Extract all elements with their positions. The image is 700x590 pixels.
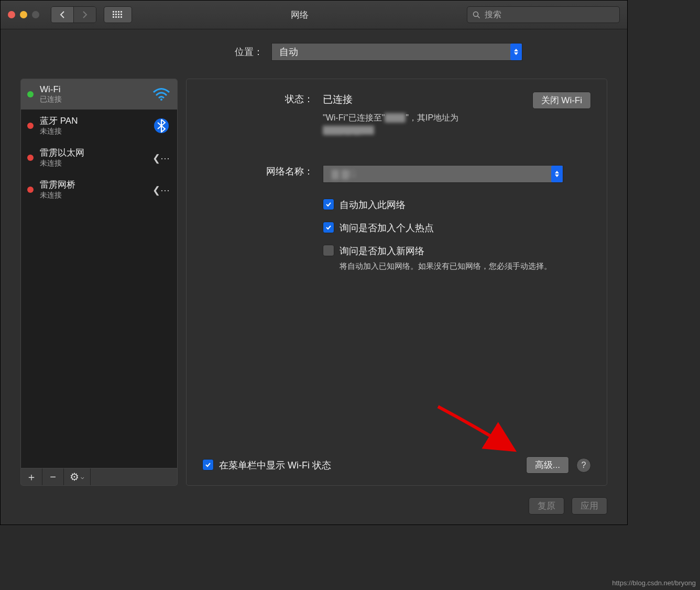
sidebar-item-name: 雷雳网桥 — [40, 179, 146, 191]
remove-network-button[interactable]: − — [42, 468, 64, 485]
status-dot-icon — [27, 91, 34, 97]
auto-join-checkbox[interactable] — [323, 199, 334, 210]
svg-text:❮⋯❯: ❮⋯❯ — [152, 185, 171, 196]
content: 位置： 自动 Wi-Fi 已连接 — [1, 29, 627, 525]
watermark-text: https://blog.csdn.net/bryong — [612, 579, 696, 587]
advanced-button[interactable]: 高级... — [526, 456, 569, 474]
sidebar-item-status: 未连接 — [40, 127, 146, 136]
help-button[interactable]: ? — [576, 458, 591, 473]
status-dot-icon — [27, 123, 34, 129]
sidebar-item-status: 未连接 — [40, 191, 146, 200]
gear-icon: ⚙ — [70, 471, 79, 483]
revert-button[interactable]: 复原 — [529, 497, 564, 515]
search-input[interactable]: 搜索 — [467, 6, 620, 23]
svg-rect-4 — [113, 14, 114, 15]
svg-rect-9 — [115, 16, 117, 18]
sidebar-item-name: Wi-Fi — [40, 84, 146, 95]
sidebar-toolbar: ＋ − ⚙⌵ — [20, 468, 178, 486]
minimize-window-button[interactable] — [20, 11, 27, 18]
location-select[interactable]: 自动 — [271, 43, 522, 61]
svg-rect-7 — [121, 14, 122, 15]
status-text: "Wi-Fi"已连接至"▇▇▇"，其IP地址为▇▇▇.▇.▇4。 — [323, 112, 591, 137]
back-button[interactable] — [51, 7, 73, 23]
chevron-down-icon: ⌵ — [81, 474, 84, 480]
svg-rect-8 — [113, 16, 114, 18]
network-actions-button[interactable]: ⚙⌵ — [64, 468, 91, 485]
close-window-button[interactable] — [8, 11, 15, 18]
sidebar-item-name: 雷雳以太网 — [40, 147, 146, 159]
thunderbolt-icon: ❮⋯❯ — [152, 183, 171, 196]
svg-rect-0 — [113, 11, 114, 13]
forward-button[interactable] — [73, 7, 96, 23]
nav-buttons — [51, 6, 96, 23]
network-name-select[interactable]: ▇ ▇G — [323, 165, 563, 183]
sidebar-item-thunderbolt-bridge[interactable]: 雷雳网桥 未连接 ❮⋯❯ — [21, 173, 177, 205]
ask-new-help-text: 将自动加入已知网络。如果没有已知网络，您必须手动选择。 — [340, 260, 552, 272]
svg-rect-6 — [118, 14, 119, 15]
ask-hotspot-label: 询问是否加入个人热点 — [340, 222, 434, 234]
sidebar-item-status: 已连接 — [40, 95, 146, 104]
sidebar-item-name: 蓝牙 PAN — [40, 115, 146, 127]
svg-line-13 — [478, 16, 480, 18]
zoom-window-button[interactable] — [32, 11, 39, 18]
search-placeholder: 搜索 — [485, 9, 501, 20]
auto-join-checkbox-row: 自动加入此网络 — [323, 199, 591, 211]
status-dot-icon — [27, 187, 34, 193]
detail-bottom-row: 在菜单栏中显示 Wi-Fi 状态 高级... ? — [202, 456, 591, 474]
network-name-label: 网络名称： — [202, 165, 323, 283]
titlebar: 网络 搜索 — [1, 1, 627, 29]
svg-rect-1 — [115, 11, 117, 13]
main-row: Wi-Fi 已连接 蓝牙 PAN 未连接 — [20, 79, 607, 486]
bluetooth-icon — [152, 116, 171, 135]
select-stepper-icon — [510, 43, 522, 60]
location-row: 位置： 自动 — [20, 43, 607, 61]
footer: 复原 应用 — [20, 486, 607, 515]
add-network-button[interactable]: ＋ — [21, 468, 42, 485]
thunderbolt-icon: ❮⋯❯ — [152, 151, 171, 165]
apply-button[interactable]: 应用 — [572, 497, 607, 515]
network-name-value: ▇ ▇G — [331, 168, 357, 180]
show-menubar-label: 在菜单栏中显示 Wi-Fi 状态 — [219, 459, 331, 472]
sidebar: Wi-Fi 已连接 蓝牙 PAN 未连接 — [20, 79, 178, 486]
ask-new-checkbox[interactable] — [323, 245, 334, 256]
svg-rect-3 — [121, 11, 122, 13]
ask-new-label: 询问是否加入新网络 — [340, 245, 552, 257]
svg-text:❮⋯❯: ❮⋯❯ — [152, 153, 171, 164]
turn-off-wifi-button[interactable]: 关闭 Wi-Fi — [532, 92, 591, 109]
status-dot-icon — [27, 155, 34, 161]
show-menubar-checkbox-row: 在菜单栏中显示 Wi-Fi 状态 — [202, 459, 331, 472]
location-label: 位置： — [106, 46, 263, 58]
show-menubar-checkbox[interactable] — [202, 459, 214, 471]
show-all-button[interactable] — [104, 6, 132, 23]
network-name-row: 网络名称： ▇ ▇G 自动加入此网络 — [202, 165, 591, 283]
svg-rect-5 — [115, 14, 117, 15]
sidebar-item-bluetooth-pan[interactable]: 蓝牙 PAN 未连接 — [21, 110, 177, 141]
detail-panel: 状态： 已连接 "Wi-Fi"已连接至"▇▇▇"，其IP地址为▇▇▇.▇.▇4。… — [186, 79, 607, 486]
search-icon — [473, 11, 480, 19]
svg-rect-2 — [118, 11, 119, 13]
select-stepper-icon — [551, 166, 563, 182]
svg-rect-11 — [121, 16, 122, 18]
window-controls — [8, 11, 39, 18]
sidebar-item-status: 未连接 — [40, 159, 146, 168]
status-label: 状态： — [202, 93, 323, 137]
svg-point-12 — [474, 12, 478, 16]
auto-join-label: 自动加入此网络 — [340, 199, 406, 211]
sidebar-item-thunderbolt-ethernet[interactable]: 雷雳以太网 未连接 ❮⋯❯ — [21, 141, 177, 173]
wifi-icon — [152, 88, 171, 101]
sidebar-item-wifi[interactable]: Wi-Fi 已连接 — [21, 79, 177, 110]
window-title: 网络 — [132, 9, 467, 21]
svg-rect-10 — [118, 16, 119, 18]
ask-hotspot-checkbox[interactable] — [323, 222, 334, 233]
ask-new-checkbox-row: 询问是否加入新网络 将自动加入已知网络。如果没有已知网络，您必须手动选择。 — [323, 245, 591, 272]
network-list: Wi-Fi 已连接 蓝牙 PAN 未连接 — [20, 79, 178, 468]
svg-point-14 — [160, 99, 162, 101]
ask-hotspot-checkbox-row: 询问是否加入个人热点 — [323, 222, 591, 234]
network-preferences-window: 网络 搜索 位置： 自动 Wi-Fi 已 — [0, 0, 628, 525]
location-value: 自动 — [279, 46, 298, 58]
